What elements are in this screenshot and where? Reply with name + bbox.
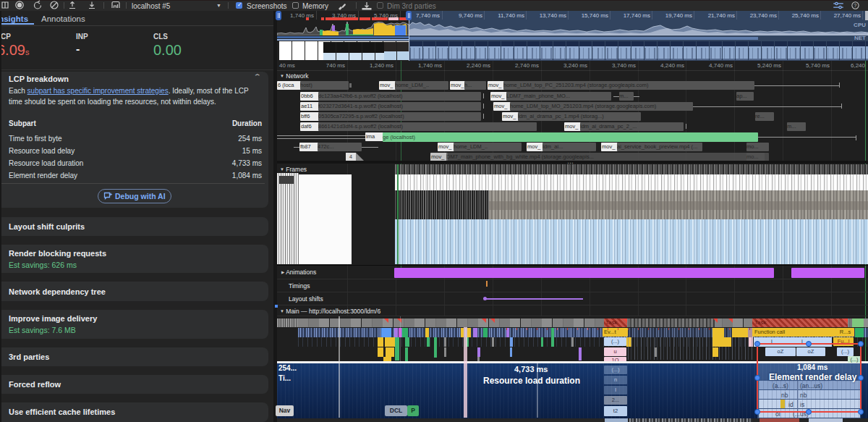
svg-text:?: ? [854, 3, 857, 8]
